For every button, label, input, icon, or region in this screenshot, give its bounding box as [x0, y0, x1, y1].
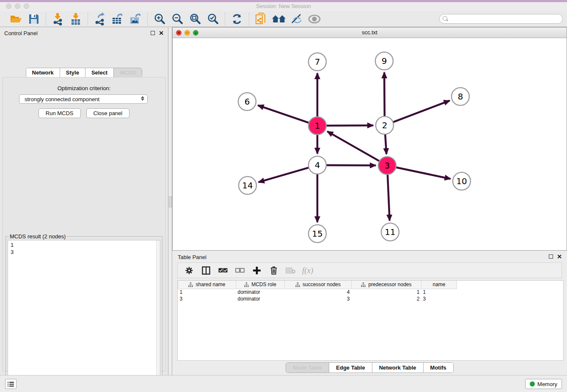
- tab-node-table[interactable]: Node Table: [286, 363, 329, 373]
- select-all-icon[interactable]: [217, 265, 228, 276]
- memory-label: Memory: [537, 381, 557, 387]
- tab-network[interactable]: Network: [26, 68, 60, 77]
- export-table-icon[interactable]: [110, 12, 125, 26]
- graph-node-6[interactable]: 6: [238, 93, 256, 110]
- table-close-icon[interactable]: ✕: [556, 253, 563, 260]
- svg-text:2: 2: [382, 120, 388, 130]
- show-hidden-icon[interactable]: [307, 12, 322, 26]
- svg-text:6: 6: [245, 97, 250, 107]
- search-box[interactable]: [439, 14, 563, 24]
- attribute-tree-icon: [295, 282, 300, 287]
- table-cell[interactable]: 3: [421, 295, 457, 302]
- first-neighbors-icon[interactable]: [271, 12, 286, 26]
- graph-edge-3-1[interactable]: [327, 131, 379, 161]
- control-panel: Control Panel ✕ NetworkStyleSelectMCDS O…: [0, 27, 168, 375]
- table-cell[interactable]: dominator: [236, 295, 285, 302]
- network-view-window: ✕ − ＋ scc.txt 7968124314101511: [172, 27, 567, 251]
- table-row[interactable]: 1dominator411: [178, 289, 457, 295]
- vertical-splitter[interactable]: [168, 27, 172, 375]
- import-table-icon[interactable]: [68, 12, 83, 26]
- graph-node-11[interactable]: 11: [381, 223, 399, 241]
- close-panel-button[interactable]: Close panel: [86, 108, 130, 118]
- open-session-icon[interactable]: [8, 12, 24, 26]
- tab-network-table[interactable]: Network Table: [372, 363, 424, 373]
- column-header-name[interactable]: name: [421, 281, 457, 289]
- zoom-selected-icon[interactable]: [205, 12, 220, 26]
- column-header-shared-name[interactable]: shared name: [178, 281, 236, 289]
- tab-select[interactable]: Select: [85, 68, 114, 77]
- attribute-tree-icon: [361, 282, 366, 287]
- task-history-button[interactable]: [5, 379, 17, 389]
- graph-node-15[interactable]: 15: [308, 225, 326, 243]
- table-cell[interactable]: 3: [178, 295, 236, 302]
- graph-node-1[interactable]: 1: [308, 117, 326, 135]
- graph-node-4[interactable]: 4: [308, 156, 326, 174]
- add-column-icon[interactable]: [251, 265, 262, 276]
- table-cell[interactable]: 1: [178, 289, 236, 295]
- graph-node-8[interactable]: 8: [451, 88, 469, 105]
- control-panel-tabs: NetworkStyleSelectMCDS: [26, 68, 143, 77]
- optimization-criterion-label: Optimization criterion:: [3, 85, 165, 91]
- float-panel-icon[interactable]: [149, 30, 156, 36]
- column-header-successor-nodes[interactable]: successor nodes: [285, 281, 352, 289]
- graph-edge-1-2[interactable]: [326, 125, 373, 126]
- hide-selected-icon[interactable]: [289, 12, 304, 26]
- clone-network-icon[interactable]: [253, 12, 269, 26]
- deselect-all-icon[interactable]: [234, 265, 245, 276]
- column-header-predecessor-nodes[interactable]: predecessor nodes: [352, 281, 421, 289]
- import-network-icon[interactable]: [50, 12, 66, 26]
- search-input[interactable]: [450, 14, 562, 23]
- zoom-out-icon[interactable]: [170, 12, 185, 26]
- graph-node-3[interactable]: 3: [378, 157, 396, 174]
- graph-node-14[interactable]: 14: [239, 177, 256, 194]
- graph-node-7[interactable]: 7: [308, 53, 326, 71]
- table-settings-icon[interactable]: [184, 265, 195, 276]
- column-header-MCDS-role[interactable]: MCDS role: [236, 281, 285, 289]
- tab-mcds[interactable]: MCDS: [114, 68, 142, 77]
- graph-edge-4-3[interactable]: [326, 165, 376, 166]
- mcds-result-list[interactable]: 13: [8, 240, 160, 392]
- table-row[interactable]: 3dominator323: [178, 295, 457, 302]
- select-chevrons-icon: [141, 96, 144, 101]
- application-window: Session: New Session: [0, 0, 567, 392]
- apply-layout-icon[interactable]: [229, 12, 245, 26]
- graph-edge-3-11[interactable]: [388, 174, 390, 221]
- graph-node-10[interactable]: 10: [453, 172, 471, 190]
- save-session-icon[interactable]: [26, 12, 41, 26]
- show-columns-icon[interactable]: [201, 265, 212, 276]
- run-mcds-button[interactable]: Run MCDS: [39, 108, 81, 118]
- table-float-icon[interactable]: [548, 253, 554, 260]
- close-panel-icon[interactable]: ✕: [158, 30, 165, 36]
- graph-edge-2-9[interactable]: [384, 72, 385, 116]
- tab-edge-table[interactable]: Edge Table: [329, 363, 372, 373]
- delete-table-icon[interactable]: [285, 265, 296, 276]
- function-builder-icon[interactable]: f(x): [302, 265, 313, 276]
- result-scrollbar[interactable]: [156, 240, 160, 392]
- table-cell[interactable]: 1: [421, 289, 457, 295]
- graph-node-9[interactable]: 9: [375, 52, 393, 70]
- tab-style[interactable]: Style: [60, 68, 85, 77]
- graph-edge-2-3[interactable]: [385, 134, 386, 154]
- table-cell[interactable]: 1: [352, 289, 421, 295]
- table-cell[interactable]: dominator: [236, 289, 285, 295]
- svg-text:9: 9: [382, 56, 387, 66]
- network-canvas[interactable]: 7968124314101511: [173, 38, 567, 250]
- table-cell[interactable]: 4: [285, 289, 352, 295]
- delete-column-icon[interactable]: [268, 265, 279, 276]
- zoom-fit-icon[interactable]: [187, 12, 203, 26]
- graph-edge-3-10[interactable]: [396, 167, 451, 179]
- graph-edge-2-8[interactable]: [393, 101, 450, 122]
- svg-text:15: 15: [312, 229, 322, 239]
- graph-edge-1-6[interactable]: [258, 105, 309, 123]
- tab-motifs[interactable]: Motifs: [424, 363, 453, 373]
- mcds-panel: Optimization criterion: strongly connect…: [2, 77, 166, 372]
- table-cell[interactable]: 3: [285, 295, 352, 302]
- criterion-select[interactable]: strongly connected component: [19, 94, 148, 104]
- export-network-icon[interactable]: [92, 12, 107, 26]
- graph-edge-4-14[interactable]: [259, 168, 309, 182]
- graph-node-2[interactable]: 2: [376, 116, 394, 134]
- memory-button[interactable]: Memory: [525, 379, 562, 389]
- export-image-icon[interactable]: [128, 12, 143, 26]
- zoom-in-icon[interactable]: [152, 12, 167, 26]
- table-cell[interactable]: 2: [352, 295, 421, 302]
